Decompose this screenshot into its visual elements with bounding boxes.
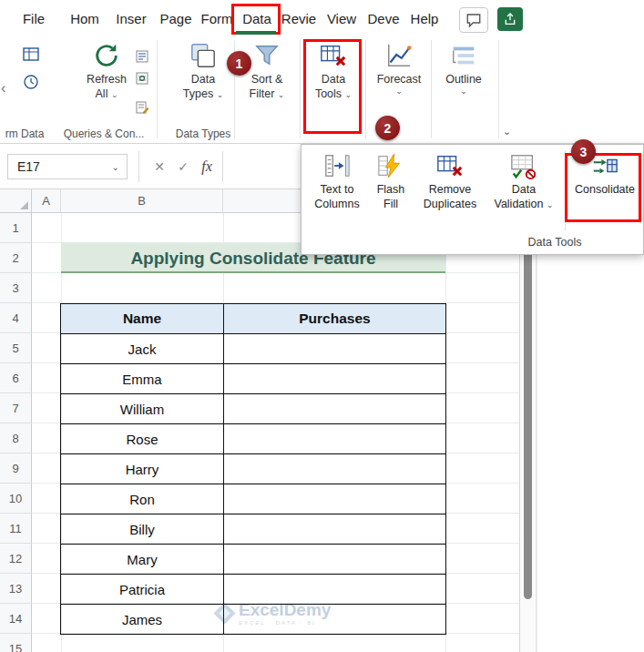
data-validation-icon: [510, 152, 537, 179]
select-all-corner[interactable]: [0, 189, 32, 213]
forecast-button[interactable]: Forecast ⌄: [372, 42, 426, 96]
ribbon-scroll-left-icon[interactable]: ‹: [1, 80, 5, 97]
workbook-connections-icon: [135, 71, 149, 86]
cell-name[interactable]: Harry: [61, 454, 224, 484]
ribbon-collapse-icon[interactable]: ⌄: [503, 126, 511, 138]
flash-fill-button[interactable]: Flash Fill: [369, 152, 413, 211]
cell-purchases[interactable]: [224, 394, 445, 424]
step-badge-1: 1: [227, 51, 251, 76]
flash-fill-label-line1: Flash: [377, 183, 405, 197]
ribbon-group-separator: [498, 40, 499, 138]
row-header-10[interactable]: 10: [0, 484, 32, 514]
chevron-down-icon: ⌄: [217, 90, 224, 99]
tab-review[interactable]: Revie: [277, 0, 321, 36]
cell-name[interactable]: William: [61, 394, 224, 424]
column-header-a[interactable]: A: [32, 189, 61, 213]
cell-purchases[interactable]: [224, 364, 445, 394]
row-header-9[interactable]: 9: [0, 453, 32, 484]
tab-home[interactable]: Hom: [64, 0, 106, 36]
row-header-2[interactable]: 2: [0, 243, 32, 273]
recent-sources-icon: [22, 73, 40, 91]
data-validation-button[interactable]: Data Validation ⌄: [487, 152, 560, 211]
cell-purchases[interactable]: [224, 334, 445, 364]
outline-icon: [450, 42, 477, 69]
cancel-button[interactable]: ✕: [149, 157, 169, 177]
row-header-14[interactable]: 14: [0, 604, 32, 634]
sort-filter-button[interactable]: Sort & Filter ⌄: [240, 42, 293, 101]
tab-help[interactable]: Help: [406, 0, 443, 36]
workbook-connections-button[interactable]: [135, 71, 149, 89]
excel-window: File Hom Inser Page Form Data Revie View…: [0, 0, 644, 652]
row-header-4[interactable]: 4: [0, 303, 32, 333]
chevron-down-icon: ⌄: [460, 87, 467, 96]
pane-divider: [537, 189, 537, 652]
refresh-all-label-line2: All ⌄: [96, 87, 118, 101]
cell-name[interactable]: Billy: [61, 514, 224, 545]
name-box-value: E17: [8, 159, 112, 174]
cell-name[interactable]: Mary: [61, 545, 224, 575]
edit-links-button[interactable]: [135, 100, 149, 118]
cell-purchases[interactable]: [224, 575, 445, 605]
remove-duplicates-label-line2: Duplicates: [424, 198, 476, 211]
flyout-group-label: Data Tools: [509, 236, 600, 249]
tab-file[interactable]: File: [13, 0, 55, 36]
query-properties-button[interactable]: [135, 49, 149, 67]
cell-purchases[interactable]: [224, 605, 445, 635]
recent-sources-button[interactable]: [22, 73, 40, 95]
header-cell-name[interactable]: Name: [61, 304, 224, 334]
text-to-columns-button[interactable]: Text to Columns: [309, 152, 365, 211]
comments-button[interactable]: [459, 7, 488, 33]
row-header-12[interactable]: 12: [0, 544, 32, 574]
header-cell-purchases[interactable]: Purchases: [224, 304, 445, 334]
row-header-6[interactable]: 6: [0, 363, 32, 393]
share-button[interactable]: [497, 7, 523, 31]
data-table: Name Purchases Jack Emma William Rose Ha…: [60, 303, 446, 635]
text-to-columns-label-line1: Text to: [321, 183, 354, 197]
ribbon-group-separator: [365, 40, 366, 138]
row-header-3[interactable]: 3: [0, 273, 32, 303]
insert-function-button[interactable]: fx: [197, 157, 217, 177]
worksheet: A B C D 1 2 3 4 5 6 7 8 9 10 11 12 13 14…: [0, 189, 519, 652]
row-header-13[interactable]: 13: [0, 574, 32, 604]
row-header-7[interactable]: 7: [0, 393, 32, 423]
comment-icon: [465, 12, 482, 28]
row-header-15[interactable]: 15: [0, 634, 32, 652]
row-header-11[interactable]: 11: [0, 514, 32, 544]
remove-duplicates-button[interactable]: Remove Duplicates: [416, 152, 484, 211]
tab-developer[interactable]: Deve: [363, 0, 404, 36]
from-table-button[interactable]: [22, 46, 40, 67]
refresh-all-button[interactable]: Refresh All ⌄: [80, 42, 133, 101]
flash-fill-label-line2: Fill: [383, 198, 398, 211]
cell-purchases[interactable]: [224, 484, 445, 514]
row-header-1[interactable]: 1: [0, 213, 32, 243]
cell-name[interactable]: Emma: [61, 364, 224, 394]
data-types-label-line2: Types ⌄: [183, 87, 223, 101]
table-row: Mary: [61, 545, 445, 575]
refresh-all-icon: [93, 42, 120, 69]
cell-purchases[interactable]: [224, 424, 445, 454]
vertical-scrollbar-thumb[interactable]: [524, 208, 532, 599]
tab-view[interactable]: View: [322, 0, 361, 36]
column-header-b[interactable]: B: [61, 189, 223, 213]
cell-name[interactable]: Ron: [61, 484, 224, 514]
chevron-down-icon: ⌄: [112, 162, 127, 172]
data-types-button[interactable]: Data Types ⌄: [177, 42, 230, 101]
tab-insert[interactable]: Inser: [109, 0, 153, 36]
group-label-data-types: Data Types: [175, 127, 231, 140]
name-box[interactable]: E17 ⌄: [7, 154, 128, 179]
cell-name[interactable]: Jack: [61, 334, 224, 364]
enter-button[interactable]: ✓: [173, 157, 193, 177]
tab-page-layout[interactable]: Page: [157, 0, 195, 36]
cell-name[interactable]: Patricia: [61, 575, 224, 605]
cell-name[interactable]: Rose: [61, 424, 224, 454]
row-header-5[interactable]: 5: [0, 333, 32, 363]
row-header-8[interactable]: 8: [0, 423, 32, 453]
chevron-down-icon: ⌄: [111, 90, 118, 99]
cell-purchases[interactable]: [224, 514, 445, 545]
cell-name[interactable]: James: [61, 605, 224, 635]
vertical-scrollbar[interactable]: [519, 189, 537, 652]
formula-bar-splitter[interactable]: [138, 151, 139, 182]
cell-purchases[interactable]: [224, 545, 445, 575]
outline-button[interactable]: Outline ⌄: [437, 42, 490, 96]
cell-purchases[interactable]: [224, 454, 445, 484]
